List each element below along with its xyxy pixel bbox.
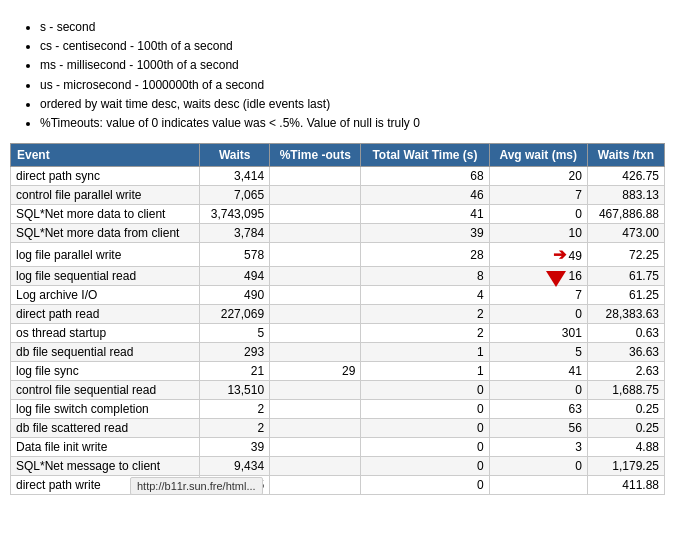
table-row: Data file init write39034.88: [11, 438, 665, 457]
table-row: SQL*Net more data from client3,784391047…: [11, 224, 665, 243]
table-row: log file switch completion20630.25: [11, 400, 665, 419]
table-cell: 883.13: [587, 186, 664, 205]
table-cell: 2.63: [587, 362, 664, 381]
table-row: log file sequential read49481661.75: [11, 267, 665, 286]
table-cell: 0: [361, 457, 489, 476]
table-cell: [270, 186, 361, 205]
table-cell: control file parallel write: [11, 186, 200, 205]
table-cell: 63: [489, 400, 587, 419]
table-cell: 0: [489, 457, 587, 476]
table-cell: 293: [200, 343, 270, 362]
table-cell: 8: [361, 267, 489, 286]
table-cell: 0: [489, 381, 587, 400]
table-cell: 473.00: [587, 224, 664, 243]
table-cell: SQL*Net more data from client: [11, 224, 200, 243]
table-cell: db file scattered read: [11, 419, 200, 438]
table-row: db file sequential read2931536.63: [11, 343, 665, 362]
table-cell: SQL*Net message to client: [11, 457, 200, 476]
table-cell: 301: [489, 324, 587, 343]
table-cell: 1: [361, 362, 489, 381]
table-cell: 7: [489, 286, 587, 305]
table-row: SQL*Net message to client9,434001,179.25: [11, 457, 665, 476]
table-cell: 28: [361, 243, 489, 267]
table-cell: SQL*Net more data to client: [11, 205, 200, 224]
table-cell: [270, 305, 361, 324]
table-cell: [270, 243, 361, 267]
table-cell: 4.88: [587, 438, 664, 457]
table-cell: 46: [361, 186, 489, 205]
column-header-5: Waits /txn: [587, 144, 664, 167]
table-cell: [270, 324, 361, 343]
table-cell: 0.25: [587, 400, 664, 419]
table-cell: 4: [361, 286, 489, 305]
table-cell: Log archive I/O: [11, 286, 200, 305]
table-cell: 0: [489, 205, 587, 224]
sort-arrow-icon: [546, 271, 566, 287]
table-cell: 2: [200, 419, 270, 438]
table-cell: 39: [200, 438, 270, 457]
table-cell: 5: [489, 343, 587, 362]
table-cell: [270, 381, 361, 400]
table-cell: [270, 224, 361, 243]
table-cell: [270, 167, 361, 186]
table-cell: 72.25: [587, 243, 664, 267]
wait-events-table: EventWaits%Time -outsTotal Wait Time (s)…: [10, 143, 665, 495]
table-cell: direct path sync: [11, 167, 200, 186]
legend-item: ordered by wait time desc, waits desc (i…: [40, 95, 665, 114]
table-cell: db file sequential read: [11, 343, 200, 362]
table-cell: 3,414: [200, 167, 270, 186]
table-cell: 9,434: [200, 457, 270, 476]
table-cell: 426.75: [587, 167, 664, 186]
table-cell: 467,886.88: [587, 205, 664, 224]
table-cell: 7: [489, 186, 587, 205]
legend-item: %Timeouts: value of 0 indicates value wa…: [40, 114, 665, 133]
table-cell: [270, 343, 361, 362]
header-row: EventWaits%Time -outsTotal Wait Time (s)…: [11, 144, 665, 167]
column-header-2: %Time -outs: [270, 144, 361, 167]
table-cell: 578: [200, 243, 270, 267]
table-cell: 10: [489, 224, 587, 243]
table-cell: 411.88: [587, 476, 664, 495]
table-body: direct path sync3,4146820426.75control f…: [11, 167, 665, 495]
table-cell: 29: [270, 362, 361, 381]
table-cell: 1,688.75: [587, 381, 664, 400]
table-cell: 16: [489, 267, 587, 286]
table-cell: [270, 476, 361, 495]
table-cell: 36.63: [587, 343, 664, 362]
table-cell: 7,065: [200, 186, 270, 205]
table-cell: 2: [361, 305, 489, 324]
column-header-3: Total Wait Time (s): [361, 144, 489, 167]
table-cell: 3: [489, 438, 587, 457]
table-row: log file parallel write57828➔4972.25: [11, 243, 665, 267]
table-cell: control file sequential read: [11, 381, 200, 400]
table-row: os thread startup523010.63: [11, 324, 665, 343]
table-row: log file sync21291412.63: [11, 362, 665, 381]
table-cell: 0.63: [587, 324, 664, 343]
legend-item: ms - millisecond - 1000th of a second: [40, 56, 665, 75]
table-row: direct path sync3,4146820426.75: [11, 167, 665, 186]
table-cell: 2: [200, 400, 270, 419]
table-cell: 5: [200, 324, 270, 343]
table-cell: 0: [361, 381, 489, 400]
table-cell: 39: [361, 224, 489, 243]
table-cell: [270, 438, 361, 457]
table-cell: log file switch completion: [11, 400, 200, 419]
table-cell: 1,179.25: [587, 457, 664, 476]
table-cell: 28,383.63: [587, 305, 664, 324]
table-cell: [270, 267, 361, 286]
table-row: control file sequential read13,510001,68…: [11, 381, 665, 400]
table-row: direct path write3,2950411.88: [11, 476, 665, 495]
table-cell: 3,743,095: [200, 205, 270, 224]
table-cell: direct path read: [11, 305, 200, 324]
table-cell: 494: [200, 267, 270, 286]
table-cell: 68: [361, 167, 489, 186]
legend-item: cs - centisecond - 100th of a second: [40, 37, 665, 56]
table-row: Log archive I/O4904761.25: [11, 286, 665, 305]
table-row: db file scattered read20560.25: [11, 419, 665, 438]
table-cell: 3,784: [200, 224, 270, 243]
table-cell: 20: [489, 167, 587, 186]
table-cell: 2: [361, 324, 489, 343]
table-cell: [270, 286, 361, 305]
column-header-1: Waits: [200, 144, 270, 167]
column-header-4: Avg wait (ms): [489, 144, 587, 167]
